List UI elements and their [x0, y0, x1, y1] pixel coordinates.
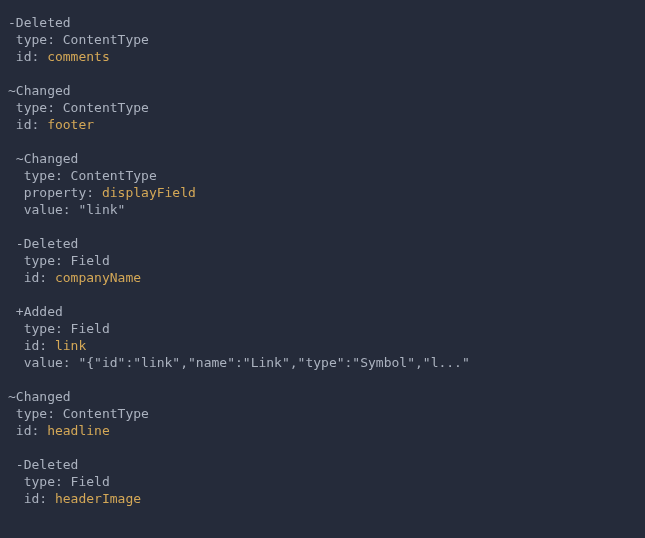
diff-line: id: headerImage — [8, 490, 637, 507]
diff-line: id: headline — [8, 422, 637, 439]
diff-line: ~Changed — [8, 82, 637, 99]
diff-value: displayField — [102, 185, 196, 200]
diff-line: type: Field — [8, 252, 637, 269]
diff-line — [8, 286, 637, 303]
diff-line: type: ContentType — [8, 31, 637, 48]
diff-prefix: id: — [8, 338, 55, 353]
diff-output: -Deleted type: ContentType id: comments … — [8, 14, 637, 507]
diff-line: property: displayField — [8, 184, 637, 201]
diff-line: id: comments — [8, 48, 637, 65]
diff-prefix: id: — [8, 270, 55, 285]
diff-line: -Deleted — [8, 456, 637, 473]
diff-line — [8, 439, 637, 456]
diff-line: -Deleted — [8, 14, 637, 31]
diff-line: value: "{"id":"link","name":"Link","type… — [8, 354, 637, 371]
diff-line: type: ContentType — [8, 99, 637, 116]
diff-value: link — [55, 338, 86, 353]
diff-prefix: property: — [8, 185, 102, 200]
diff-line: value: "link" — [8, 201, 637, 218]
diff-line: ~Changed — [8, 388, 637, 405]
diff-value: headline — [47, 423, 110, 438]
diff-value: headerImage — [55, 491, 141, 506]
diff-line — [8, 218, 637, 235]
diff-line: id: footer — [8, 116, 637, 133]
diff-prefix: id: — [8, 491, 55, 506]
diff-line — [8, 133, 637, 150]
diff-line: ~Changed — [8, 150, 637, 167]
diff-prefix: id: — [8, 117, 47, 132]
diff-line: type: Field — [8, 473, 637, 490]
diff-line: type: ContentType — [8, 167, 637, 184]
diff-line: -Deleted — [8, 235, 637, 252]
diff-line: type: ContentType — [8, 405, 637, 422]
diff-prefix: id: — [8, 49, 47, 64]
diff-value: comments — [47, 49, 110, 64]
diff-line: id: companyName — [8, 269, 637, 286]
diff-value: footer — [47, 117, 94, 132]
diff-prefix: id: — [8, 423, 47, 438]
diff-line: type: Field — [8, 320, 637, 337]
diff-line — [8, 65, 637, 82]
diff-line — [8, 371, 637, 388]
diff-line: +Added — [8, 303, 637, 320]
diff-line: id: link — [8, 337, 637, 354]
diff-value: companyName — [55, 270, 141, 285]
